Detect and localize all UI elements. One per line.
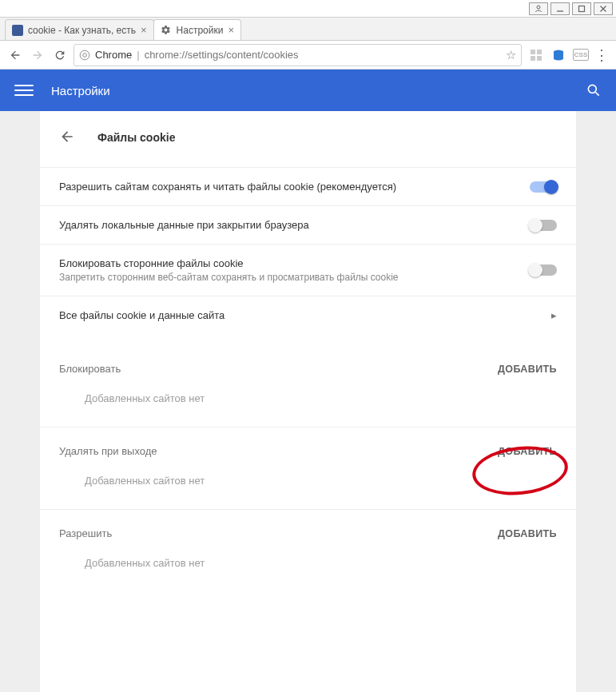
svg-point-11 xyxy=(588,85,596,93)
close-icon[interactable]: × xyxy=(141,24,147,36)
section-block: Блокировать ДОБАВИТЬ xyxy=(40,345,576,380)
hamburger-menu-button[interactable] xyxy=(14,81,34,100)
section-empty-text: Добавленных сайтов нет xyxy=(40,462,576,509)
forward-button xyxy=(29,46,46,64)
omnibox-url: chrome://settings/content/cookies xyxy=(145,49,506,61)
option-label: Все файлы cookie и данные сайта xyxy=(59,309,551,321)
chrome-page-icon xyxy=(79,50,90,61)
toggle-switch[interactable] xyxy=(530,264,557,276)
menu-button[interactable]: ⋮ xyxy=(594,46,610,64)
extension-css-icon[interactable]: CSS xyxy=(573,47,589,63)
extension-icon-2[interactable] xyxy=(550,47,566,63)
toggle-switch[interactable] xyxy=(530,181,557,193)
option-sublabel: Запретить сторонним веб-сайтам сохранять… xyxy=(59,272,530,283)
section-title: Удалять при выходе xyxy=(59,445,498,457)
svg-point-0 xyxy=(537,6,540,9)
page-head: Файлы cookie xyxy=(40,129,576,167)
window-minimize-button[interactable] xyxy=(550,2,570,15)
reload-button[interactable] xyxy=(51,46,69,64)
svg-rect-8 xyxy=(537,50,542,54)
svg-rect-2 xyxy=(579,6,585,11)
close-icon[interactable]: × xyxy=(228,24,234,36)
section-allow: Разрешить ДОБАВИТЬ xyxy=(40,509,576,544)
svg-rect-10 xyxy=(537,56,542,61)
toggle-switch[interactable] xyxy=(530,220,557,231)
add-button[interactable]: ДОБАВИТЬ xyxy=(498,528,557,539)
address-bar: Chrome | chrome://settings/content/cooki… xyxy=(0,41,616,70)
option-label: Блокировать сторонние файлы cookie xyxy=(59,257,530,269)
tab-settings[interactable]: Настройки × xyxy=(153,19,241,40)
omnibox[interactable]: Chrome | chrome://settings/content/cooki… xyxy=(74,44,522,66)
window-close-button[interactable] xyxy=(594,2,613,15)
option-block-thirdparty[interactable]: Блокировать сторонние файлы cookie Запре… xyxy=(40,244,576,296)
header-title: Настройки xyxy=(51,84,586,97)
chevron-right-icon: ▸ xyxy=(551,309,557,321)
section-title: Разрешить xyxy=(59,527,498,539)
extension-icon-1[interactable] xyxy=(528,47,544,63)
option-clear-on-exit[interactable]: Удалять локальные данные при закрытии бр… xyxy=(40,205,576,244)
option-label: Удалять локальные данные при закрытии бр… xyxy=(59,219,530,231)
gear-icon xyxy=(161,25,172,36)
option-all-cookies[interactable]: Все файлы cookie и данные сайта ▸ xyxy=(40,296,576,334)
content-area: Настройки Файлы cookie Разрешить сайтам … xyxy=(0,70,616,692)
section-clear-on-exit: Удалять при выходе ДОБАВИТЬ xyxy=(40,427,576,462)
back-button[interactable] xyxy=(6,46,24,64)
svg-rect-9 xyxy=(531,56,535,61)
svg-rect-7 xyxy=(531,50,535,54)
tabs-row: cookie - Как узнать, есть × Настройки × xyxy=(0,18,616,41)
search-button[interactable] xyxy=(586,82,602,98)
page-title: Файлы cookie xyxy=(97,131,175,144)
svg-point-5 xyxy=(80,50,89,60)
stackoverflow-icon xyxy=(12,25,23,36)
bookmark-star-icon[interactable]: ☆ xyxy=(506,48,516,62)
settings-header: Настройки xyxy=(0,70,616,111)
section-empty-text: Добавленных сайтов нет xyxy=(40,380,576,427)
tab-label: Настройки xyxy=(177,25,224,36)
svg-line-12 xyxy=(596,93,599,96)
tab-label: cookie - Как узнать, есть xyxy=(28,25,136,36)
option-label: Разрешить сайтам сохранять и читать файл… xyxy=(59,181,530,193)
option-allow-cookies[interactable]: Разрешить сайтам сохранять и читать файл… xyxy=(40,167,576,205)
window-title-bar xyxy=(0,0,616,18)
add-button[interactable]: ДОБАВИТЬ xyxy=(498,364,557,375)
svg-point-6 xyxy=(83,53,87,57)
section-title: Блокировать xyxy=(59,363,498,375)
tab-other[interactable]: cookie - Как узнать, есть × xyxy=(5,19,154,40)
window-user-button[interactable] xyxy=(529,2,548,15)
add-button[interactable]: ДОБАВИТЬ xyxy=(498,446,557,457)
window-maximize-button[interactable] xyxy=(572,2,591,15)
back-arrow-button[interactable] xyxy=(59,129,77,146)
omnibox-label: Chrome xyxy=(95,49,132,61)
section-empty-text: Добавленных сайтов нет xyxy=(40,544,576,591)
settings-panel: Файлы cookie Разрешить сайтам сохранять … xyxy=(40,111,576,692)
